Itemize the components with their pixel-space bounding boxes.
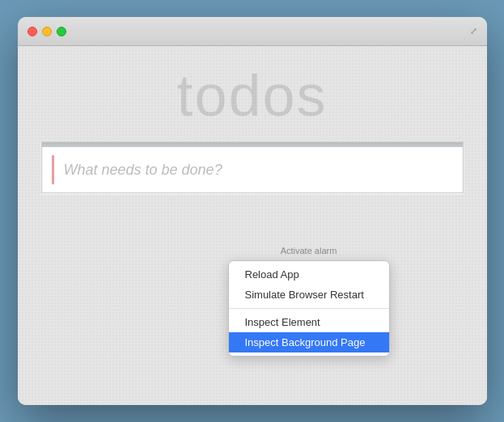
menu-item-inspect-element[interactable]: Inspect Element [229,312,389,332]
menu-item-simulate-restart[interactable]: Simulate Browser Restart [229,285,389,305]
resize-icon: ⤢ [470,26,477,36]
input-left-accent [52,155,54,184]
context-menu: Reload App Simulate Browser Restart Insp… [228,260,390,357]
maximize-button[interactable] [57,27,66,36]
menu-item-inspect-background[interactable]: Inspect Background Page [229,332,389,352]
minimize-button[interactable] [42,27,52,36]
context-menu-area: Activate alarm Reload App Simulate Brows… [228,246,390,357]
menu-separator [229,308,389,309]
window-body: todos What needs to be done? Activate al… [18,46,487,405]
context-menu-trigger-label: Activate alarm [281,246,337,255]
close-button[interactable] [28,27,37,36]
input-field-row: What needs to be done? [42,147,463,192]
input-placeholder-text[interactable]: What needs to be done? [64,162,222,179]
menu-item-reload-app[interactable]: Reload App [229,264,389,285]
titlebar: ⤢ [18,17,487,46]
app-title: todos [176,62,327,129]
todo-input-container: What needs to be done? [41,141,464,193]
app-window: ⤢ todos What needs to be done? Activate … [18,17,487,405]
traffic-lights [28,27,66,36]
